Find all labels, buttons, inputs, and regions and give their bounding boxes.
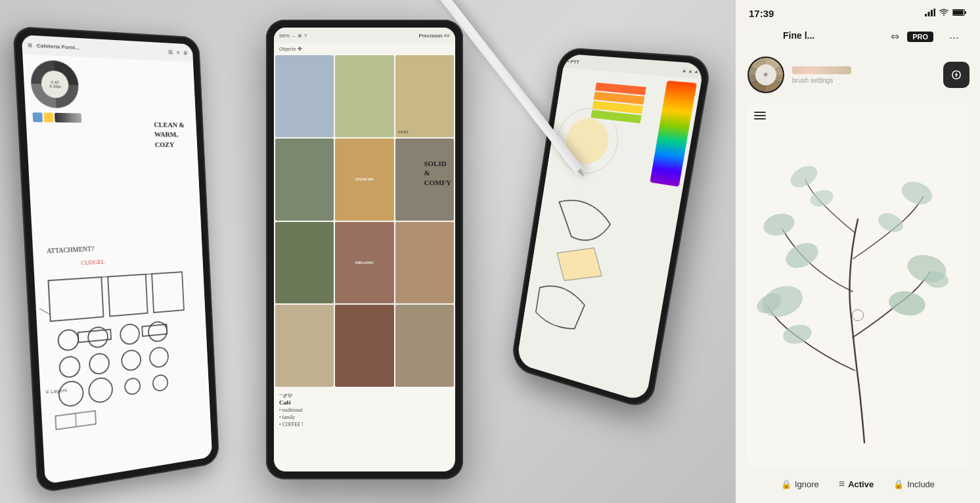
- ipad2-objects-bar: Objects ✤: [274, 43, 455, 54]
- panel-1-ipad: ⊞ Cafeteria Furni... ⊞≡⊕ 0.420.10pt: [0, 0, 243, 503]
- grid-menu-button[interactable]: [746, 28, 767, 46]
- notes-area: ~ grip Café • traditional • family • COF…: [275, 388, 454, 470]
- floor-plan-sketch: ATTACHMENT? CUDGEL: [22, 35, 212, 484]
- panel-2-ipad: 98%–⊕ ? Precision ≡≡ Objects ✤ FEEL STAN…: [243, 0, 493, 503]
- toolbar-active[interactable]: ≡ Active: [839, 478, 874, 490]
- svg-point-7: [120, 324, 140, 345]
- svg-rect-33: [934, 9, 936, 16]
- svg-text:≡: ≡: [764, 71, 768, 78]
- svg-point-17: [125, 378, 141, 395]
- svg-point-12: [149, 347, 168, 368]
- status-time: 17:39: [749, 8, 774, 19]
- svg-rect-32: [931, 10, 933, 16]
- mood-tile: [335, 305, 393, 387]
- mood-tile: [275, 305, 334, 387]
- color-preview-bar: [792, 66, 851, 74]
- resize-icon[interactable]: ⇔: [891, 30, 899, 43]
- ipad-device-2: 98%–⊕ ? Precision ≡≡ Objects ✤ FEEL STAN…: [266, 20, 463, 479]
- brush-size-label: brush settings: [792, 77, 937, 84]
- svg-line-20: [76, 414, 76, 427]
- ipad2-header: 98%–⊕ ? Precision ≡≡: [274, 28, 455, 43]
- lock-icon-ignore: 🔒: [781, 479, 791, 489]
- battery-icon: [952, 9, 967, 18]
- panels-area: ⊞ Cafeteria Furni... ⊞≡⊕ 0.420.10pt: [0, 0, 736, 503]
- mood-tile: [275, 139, 334, 221]
- app-title: Fine l...: [772, 28, 885, 46]
- layers-icon-active: ≡: [839, 478, 845, 490]
- app-bar: Fine l... ⇔ PRO ...: [736, 23, 980, 53]
- svg-point-9: [59, 356, 80, 378]
- svg-text:CUDGEL: CUDGEL: [81, 258, 105, 266]
- svg-point-16: [89, 377, 113, 404]
- ipad-device-1: ⊞ Cafeteria Furni... ⊞≡⊕ 0.420.10pt: [12, 26, 219, 494]
- svg-line-22: [146, 274, 152, 274]
- mood-tile: ORGANIC: [335, 222, 393, 304]
- svg-rect-31: [928, 12, 930, 16]
- iphone-screen: ▪ PTT ▲ ▲ ▲: [516, 54, 704, 403]
- canvas-area[interactable]: [746, 104, 969, 466]
- svg-rect-4: [152, 272, 184, 313]
- brush-preview-circle: [852, 309, 864, 321]
- svg-rect-14: [142, 324, 167, 336]
- svg-rect-35: [953, 10, 964, 14]
- mood-tile: [395, 222, 454, 304]
- mood-tile: STANCHE: [335, 139, 393, 221]
- toolbar-include[interactable]: 🔒 Include: [893, 479, 935, 489]
- mood-tile: [335, 55, 393, 137]
- svg-line-21: [101, 276, 108, 277]
- signal-icon: [925, 9, 935, 18]
- svg-point-15: [58, 380, 83, 407]
- svg-rect-36: [965, 11, 966, 14]
- mood-tile: [275, 222, 334, 304]
- pro-badge[interactable]: PRO: [907, 32, 933, 42]
- svg-rect-30: [925, 14, 927, 16]
- ipad-screen-2: 98%–⊕ ? Precision ≡≡ Objects ✤ FEEL STAN…: [274, 28, 455, 471]
- ipad-screen-1: ⊞ Cafeteria Furni... ⊞≡⊕ 0.420.10pt: [22, 35, 212, 484]
- svg-text:ATTACHMENT?: ATTACHMENT?: [47, 245, 95, 255]
- mood-tile: [395, 305, 454, 387]
- toolbar-ignore-label: Ignore: [795, 479, 819, 489]
- toolbar-ignore[interactable]: 🔒 Ignore: [781, 479, 819, 489]
- screen-content-color: ▪ PTT ▲ ▲ ▲: [516, 54, 704, 403]
- svg-point-11: [122, 349, 141, 371]
- right-panel: 17:39: [736, 0, 980, 503]
- screen-content-floor-plan: ⊞ Cafeteria Furni... ⊞≡⊕ 0.420.10pt: [22, 35, 212, 484]
- leaf-illustration-svg: [746, 104, 969, 466]
- svg-rect-3: [108, 274, 148, 317]
- mood-tile: [275, 55, 334, 137]
- panel-3-iphone: ▪ PTT ▲ ▲ ▲: [493, 0, 736, 503]
- svg-point-5: [58, 329, 79, 351]
- mood-tile: FEEL: [395, 55, 454, 137]
- brush-tool-area: ≡ brush settings: [736, 53, 980, 98]
- more-options-button[interactable]: ...: [939, 26, 969, 47]
- lock-icon-include: 🔒: [893, 479, 904, 489]
- bottom-toolbar: 🔒 Ignore ≡ Active 🔒 Include: [736, 471, 980, 503]
- wifi-icon: [939, 9, 949, 18]
- iphone-device: ▪ PTT ▲ ▲ ▲: [510, 47, 713, 410]
- svg-point-18: [152, 374, 167, 391]
- brush-controls: brush settings: [792, 66, 937, 84]
- toolbar-include-label: Include: [907, 479, 935, 489]
- moodboard-grid: FEEL STANCHE ORGANIC ~ grip: [274, 54, 455, 471]
- overlay-text: SOLID&COMFY: [424, 159, 451, 187]
- svg-rect-2: [49, 277, 104, 321]
- svg-point-10: [89, 353, 110, 374]
- svg-line-23: [39, 308, 50, 316]
- toolbar-active-label: Active: [848, 479, 874, 489]
- status-icons: [925, 9, 967, 18]
- brush-wheel[interactable]: ≡: [746, 55, 786, 95]
- status-bar: 17:39: [736, 0, 980, 23]
- hamburger-button[interactable]: [754, 112, 766, 120]
- brush-type-button[interactable]: [943, 62, 969, 88]
